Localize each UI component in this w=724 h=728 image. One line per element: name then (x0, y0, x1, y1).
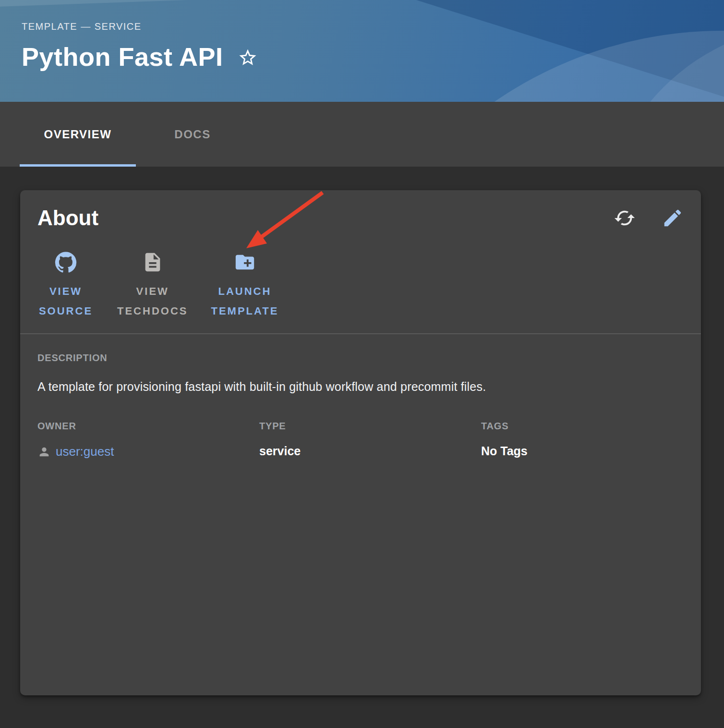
github-icon (54, 251, 77, 274)
tab-bar: OVERVIEW DOCS (0, 102, 724, 167)
description-text: A template for provisioning fastapi with… (37, 380, 684, 394)
main-content: About VIEW SOURCE (0, 167, 724, 695)
about-card-title: About (37, 206, 98, 230)
tags-value: No Tags (481, 444, 684, 458)
view-techdocs-button: VIEW TECHDOCS (117, 251, 188, 321)
edit-pencil-icon[interactable] (662, 207, 684, 229)
about-card-actions: VIEW SOURCE VIEW TECHDOCS (37, 251, 684, 321)
page-title: Python Fast API (22, 41, 223, 72)
refresh-icon[interactable] (614, 207, 636, 229)
about-card: About VIEW SOURCE (20, 190, 701, 695)
tab-overview[interactable]: OVERVIEW (20, 102, 136, 167)
type-value: service (259, 444, 481, 458)
card-divider (20, 333, 701, 334)
view-source-label: VIEW SOURCE (39, 281, 93, 321)
header-light-swoosh-decoration (321, 31, 724, 102)
launch-template-button[interactable]: LAUNCH TEMPLATE (211, 251, 278, 321)
header-corner-swoosh-decoration (600, 24, 724, 102)
tags-field: TAGS No Tags (481, 421, 684, 459)
create-new-folder-icon (234, 251, 256, 274)
type-field: TYPE service (259, 421, 481, 459)
tags-label: TAGS (481, 421, 684, 432)
person-icon (37, 445, 51, 459)
owner-field: OWNER user:guest (37, 421, 259, 459)
document-icon (142, 251, 164, 274)
breadcrumb: TEMPLATE — SERVICE (22, 21, 142, 32)
tab-overview-label: OVERVIEW (44, 128, 112, 141)
active-tab-indicator (20, 164, 136, 167)
entity-page: TEMPLATE — SERVICE Python Fast API OVERV… (0, 0, 724, 728)
description-label: DESCRIPTION (37, 352, 684, 364)
favorite-star-icon[interactable] (238, 48, 258, 68)
entity-header: TEMPLATE — SERVICE Python Fast API (0, 0, 724, 102)
type-label: TYPE (259, 421, 481, 432)
owner-link[interactable]: user:guest (56, 444, 114, 459)
owner-label: OWNER (37, 421, 259, 432)
view-techdocs-label: VIEW TECHDOCS (117, 281, 188, 321)
tab-docs-label: DOCS (174, 128, 210, 141)
metadata-grid: OWNER user:guest TYPE service TAGS No Ta… (37, 421, 684, 459)
view-source-button[interactable]: VIEW SOURCE (37, 251, 94, 321)
tab-docs[interactable]: DOCS (159, 102, 226, 167)
launch-template-label: LAUNCH TEMPLATE (211, 281, 278, 321)
